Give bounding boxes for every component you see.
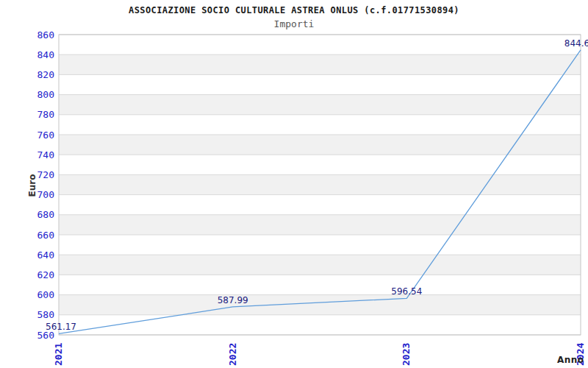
y-tick-label: 860 (37, 29, 54, 40)
data-point-label: 587.99 (218, 295, 248, 305)
plot-band (59, 174, 581, 194)
plot-band (59, 195, 581, 215)
y-tick-label: 640 (37, 250, 54, 261)
chart-subtitle: Importi (0, 18, 588, 29)
y-tick-label: 660 (37, 230, 54, 241)
data-point-label: 561.17 (46, 322, 76, 332)
plot-band (59, 155, 581, 174)
plot-band (59, 215, 581, 235)
plot-band (59, 35, 581, 54)
y-axis-title: Euro (27, 171, 37, 200)
x-tick-label: 2023 (401, 343, 412, 366)
plot-band (59, 275, 581, 294)
chart-title: ASSOCIAZIONE SOCIO CULTURALE ASTREA ONLU… (0, 5, 588, 15)
plot-band (59, 315, 581, 335)
plot-band (59, 95, 581, 115)
x-tick-label: 2021 (53, 343, 64, 366)
plot-band (59, 135, 581, 155)
plot-band (59, 295, 581, 315)
y-tick-label: 600 (37, 289, 54, 300)
y-tick-label: 720 (37, 169, 54, 180)
y-tick-label: 620 (37, 269, 54, 280)
data-point-label: 844.6 (564, 38, 588, 49)
y-tick-label: 680 (37, 209, 54, 220)
plot-band (59, 255, 581, 275)
y-tick-label: 800 (37, 89, 54, 100)
y-tick-label: 780 (37, 109, 54, 120)
line-chart-plot: 8608408208007807607407207006806606406206… (0, 0, 588, 368)
y-tick-label: 740 (37, 149, 54, 160)
x-tick-label: 2022 (227, 343, 238, 366)
y-tick-label: 580 (37, 309, 54, 320)
y-tick-label: 820 (37, 69, 54, 80)
plot-band (59, 235, 581, 255)
y-tick-label: 840 (37, 49, 54, 60)
y-tick-label: 700 (37, 189, 54, 200)
x-axis-title: Anno (557, 355, 584, 365)
chart-container: ASSOCIAZIONE SOCIO CULTURALE ASTREA ONLU… (0, 0, 588, 368)
data-point-label: 596.54 (391, 286, 422, 297)
plot-band (59, 115, 581, 135)
plot-band (59, 54, 581, 74)
y-tick-label: 760 (37, 130, 54, 141)
plot-band (59, 74, 581, 94)
